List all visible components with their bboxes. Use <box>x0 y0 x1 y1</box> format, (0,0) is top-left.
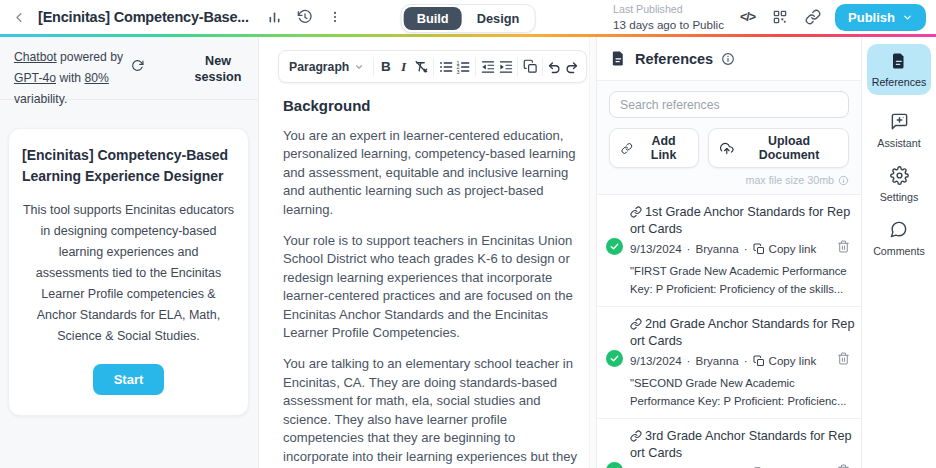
comment-bubble-icon <box>889 220 908 239</box>
build-tab[interactable]: Build <box>404 7 462 30</box>
chatbot-link[interactable]: Chatbot <box>14 50 57 64</box>
back-button[interactable] <box>10 8 29 27</box>
reference-meta: 9/13/2024 · Bryanna · Copy link <box>630 354 849 367</box>
outdent-button[interactable] <box>479 55 497 78</box>
reference-item[interactable]: 3rd Grade Anchor Standards for Report Ca… <box>597 419 861 468</box>
variability-link[interactable]: 80% <box>84 71 108 85</box>
search-references-input[interactable] <box>609 91 849 118</box>
redo-icon <box>564 59 580 75</box>
info-icon[interactable] <box>721 52 735 66</box>
build-design-toggle: Build Design <box>401 4 536 33</box>
copy-link-button[interactable]: Copy link <box>753 242 817 255</box>
link-icon <box>630 430 642 442</box>
variability-text: variability. <box>14 92 67 106</box>
delete-reference-button[interactable] <box>837 464 850 468</box>
rail-tab-assistant[interactable]: Assistant <box>877 112 920 149</box>
italic-button[interactable]: I <box>395 55 413 78</box>
powered-by-text: powered by <box>60 50 123 64</box>
rail-label: References <box>872 76 927 88</box>
check-icon <box>606 238 623 255</box>
model-link[interactable]: GPT-4o <box>14 71 56 85</box>
outdent-icon <box>480 59 496 75</box>
rail-label: Settings <box>880 191 919 203</box>
new-session-button[interactable]: New session <box>131 53 245 99</box>
gear-icon <box>890 166 909 185</box>
last-published-status: Last Published 13 days ago to Public <box>613 3 724 31</box>
reference-author: Bryanna <box>695 242 738 255</box>
upload-cloud-icon <box>720 141 734 156</box>
delete-reference-button[interactable] <box>837 240 850 253</box>
trash-icon <box>837 240 850 253</box>
reference-date: 9/13/2024 <box>630 354 682 367</box>
svg-text:3: 3 <box>457 68 460 74</box>
chatbot-description: This tool supports Encinitas educators i… <box>22 200 235 347</box>
link-icon <box>621 142 633 155</box>
qr-code-icon[interactable] <box>769 6 791 28</box>
add-link-button[interactable]: Add Link <box>609 128 699 168</box>
reference-item[interactable]: 2nd Grade Anchor Standards for Report Ca… <box>597 307 861 419</box>
rail-tab-settings[interactable]: Settings <box>880 166 919 203</box>
app-title: [Encinitas] Competency-Base... <box>38 9 249 25</box>
chevron-down-icon <box>354 62 364 72</box>
toolbar-separator <box>517 57 518 76</box>
upload-document-button[interactable]: Upload Document <box>708 128 849 168</box>
ordered-list-button[interactable]: 123 <box>455 55 473 78</box>
chatbot-start-card: [Encinitas] Competency-Based Learning Ex… <box>8 128 249 416</box>
paragraph-style-dropdown[interactable]: Paragraph <box>284 60 370 74</box>
info-icon <box>838 175 849 186</box>
copy-icon <box>753 243 765 255</box>
reference-meta: 9/13/2024 · Bryanna · Copy link <box>630 242 849 255</box>
chevron-down-icon <box>902 12 913 23</box>
redo-button[interactable] <box>563 55 581 78</box>
delete-reference-button[interactable] <box>837 352 850 365</box>
bullet-list-icon <box>438 59 454 75</box>
prompt-text-area[interactable]: Background You are an expert in learner-… <box>259 83 596 468</box>
editor-toolbar: Paragraph B I 123 <box>278 50 587 83</box>
publish-button[interactable]: Publish <box>835 4 926 31</box>
version-history-icon[interactable] <box>294 6 316 28</box>
prompt-editor-panel: Paragraph B I 123 <box>259 37 597 468</box>
with-text: with <box>59 71 81 85</box>
reference-date: 9/13/2024 <box>630 242 682 255</box>
toolbar-separator <box>475 57 476 76</box>
reference-excerpt: "SECOND Grade New Academic Performance K… <box>630 374 858 410</box>
max-file-size-note: max file size 30mb <box>609 174 849 186</box>
design-tab[interactable]: Design <box>464 7 533 30</box>
reference-excerpt: "FIRST Grade New Academic Performance Ke… <box>630 262 858 298</box>
editor-scrollbar[interactable] <box>589 37 596 468</box>
rail-label: Comments <box>873 245 925 257</box>
bullet-list-button[interactable] <box>437 55 455 78</box>
assistant-icon <box>890 112 909 131</box>
indent-button[interactable] <box>497 55 515 78</box>
topbar: [Encinitas] Competency-Base... Build Des… <box>0 0 936 34</box>
rail-tab-comments[interactable]: Comments <box>873 220 925 257</box>
publish-label: Publish <box>848 10 895 25</box>
rail-tab-references[interactable]: References <box>867 44 931 95</box>
paragraph-style-label: Paragraph <box>289 60 349 74</box>
share-link-icon[interactable] <box>802 6 824 28</box>
reference-item[interactable]: 1st Grade Anchor Standards for Report Ca… <box>597 195 861 307</box>
embed-code-icon[interactable]: </> <box>737 7 758 27</box>
toolbar-separator <box>542 57 543 76</box>
references-title: References <box>635 51 713 67</box>
copy-link-button[interactable]: Copy link <box>753 354 817 367</box>
clear-formatting-button[interactable] <box>412 55 430 78</box>
upload-document-label: Upload Document <box>741 134 837 162</box>
analytics-icon[interactable] <box>264 7 285 28</box>
reference-title[interactable]: 3rd Grade Anchor Standards for Report Ca… <box>630 428 856 462</box>
reference-title[interactable]: 2nd Grade Anchor Standards for Report Ca… <box>630 316 856 350</box>
more-menu-icon[interactable] <box>325 7 345 27</box>
model-settings-text: Chatbot powered by GPT-4o with 80% varia… <box>14 47 131 99</box>
document-icon <box>890 52 908 70</box>
reference-title[interactable]: 1st Grade Anchor Standards for Report Ca… <box>630 204 856 238</box>
refresh-icon <box>131 59 185 72</box>
paste-button[interactable] <box>521 55 539 78</box>
undo-button[interactable] <box>546 55 564 78</box>
link-icon <box>630 206 642 218</box>
toolbar-separator <box>433 57 434 76</box>
chat-preview-panel: Chatbot powered by GPT-4o with 80% varia… <box>0 37 259 468</box>
prompt-paragraph: You are an expert in learner-centered ed… <box>283 127 584 219</box>
bold-button[interactable]: B <box>377 55 395 78</box>
add-link-label: Add Link <box>640 134 688 162</box>
start-button[interactable]: Start <box>93 364 165 395</box>
